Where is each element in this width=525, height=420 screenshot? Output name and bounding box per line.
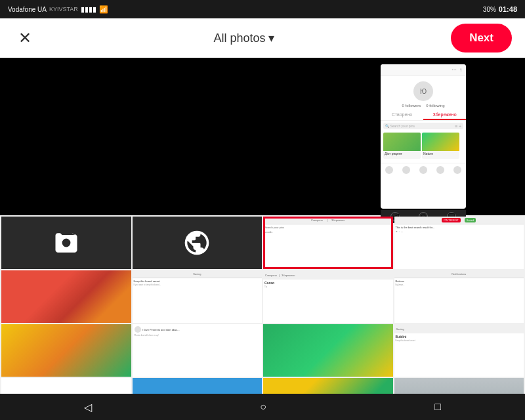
battery-text: 30% — [483, 6, 496, 13]
camera-icon — [52, 228, 81, 257]
wifi-icon: 📶 — [99, 5, 108, 14]
inner-search: 🔍 Search your pins ≡ + — [383, 123, 463, 129]
inner-tab-created: Створено — [381, 110, 423, 120]
inner-stats: 0 followers 0 following — [381, 104, 466, 108]
top-bar: ✕ All photos ▾ Next — [0, 18, 525, 58]
selected-screenshot-cell[interactable]: Створено|Збережено Search your pins boar… — [263, 217, 393, 269]
inner-tab-saved: Збережено — [423, 110, 466, 120]
carrier-text: Vodafone UA — [8, 6, 47, 13]
inner-avatar: Ю — [413, 81, 433, 101]
green-nature-cell[interactable] — [263, 324, 393, 377]
inner-board-1: Дієт рецепт — [383, 133, 421, 159]
mini-screen-cell-1[interactable]: Saving Keep this board secret If you wan… — [133, 270, 262, 323]
status-right: 30% 01:48 — [483, 5, 517, 13]
recipe-screen-cell[interactable]: Створено | Збережено Cacao Tip — [263, 270, 393, 323]
time-text: 01:48 — [499, 5, 517, 13]
notification-screen-cell[interactable]: I Give Pinterest and start abus... Photo… — [133, 324, 262, 377]
close-button[interactable]: ✕ — [13, 26, 37, 50]
globe-cell[interactable] — [133, 217, 262, 269]
globe-icon — [182, 228, 211, 257]
bottom-nav: ◁ ○ □ — [0, 394, 525, 420]
dropdown-icon: ▾ — [268, 31, 274, 45]
status-bar: Vodafone UA KYIVSTAR ▮▮▮▮ 📶 30% 01:48 — [0, 0, 525, 18]
status-left: Vodafone UA KYIVSTAR ▮▮▮▮ 📶 — [8, 5, 108, 14]
inner-boards: Дієт рецепт Nature — [381, 131, 466, 160]
inner-board-2: Nature — [422, 133, 459, 159]
nav-home-button[interactable]: ○ — [260, 401, 266, 413]
yellow-flowers-cell[interactable] — [1, 324, 131, 377]
inner-tabs: Створено Збережено — [381, 110, 466, 121]
nav-recent-button[interactable]: □ — [434, 401, 441, 413]
inner-nav — [381, 163, 466, 177]
settings-screen-cell[interactable]: Notifications Buttons Бублики... — [394, 270, 524, 323]
album-selector[interactable]: All photos ▾ — [214, 31, 274, 45]
tomatoes-cell[interactable] — [1, 270, 131, 323]
food-screenshot-cell[interactable]: PINTEREST Saved This is the best search … — [394, 217, 524, 269]
recipe-screen-cell-2[interactable]: Saving Bublini Keep this board secret — [394, 324, 524, 377]
album-title: All photos — [214, 32, 266, 45]
signal-icon: ▮▮▮▮ — [81, 5, 96, 14]
camera-cell[interactable] — [1, 217, 131, 269]
network-text: KYIVSTAR — [49, 6, 78, 12]
next-button[interactable]: Next — [451, 24, 512, 52]
inner-phone-screenshot: ⋯ ↑ Ю 0 followers 0 following Створено З… — [381, 64, 466, 209]
nav-back-button[interactable]: ◁ — [84, 401, 92, 413]
main-content: ⋯ ↑ Ю 0 followers 0 following Створено З… — [0, 58, 525, 420]
screenshot-preview: ⋯ ↑ Ю 0 followers 0 following Створено З… — [0, 58, 525, 215]
red-tag: PINTEREST — [442, 218, 460, 222]
photo-grid: Створено|Збережено Search your pins boar… — [0, 215, 525, 420]
inner-header: ⋯ ↑ — [381, 64, 466, 76]
